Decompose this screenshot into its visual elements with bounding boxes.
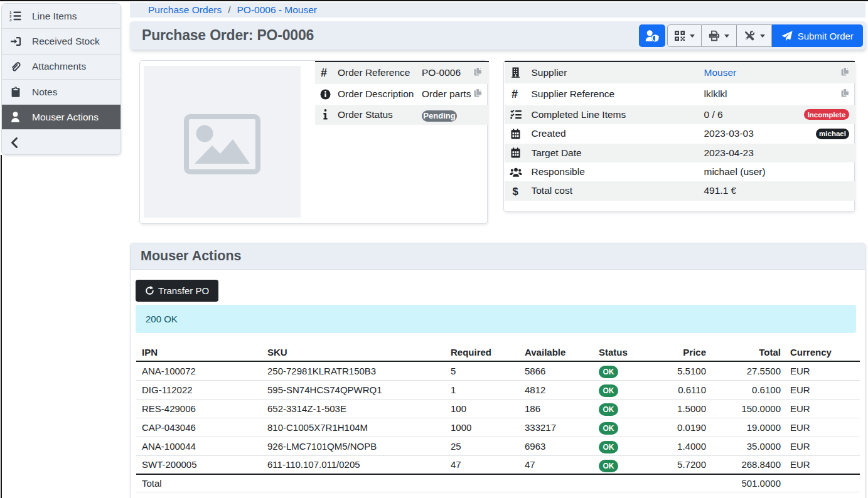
svg-text:$: $ [513,186,518,196]
svg-text:#: # [512,88,518,100]
svg-text:#: # [321,67,327,78]
svg-text:3: 3 [9,18,11,21]
